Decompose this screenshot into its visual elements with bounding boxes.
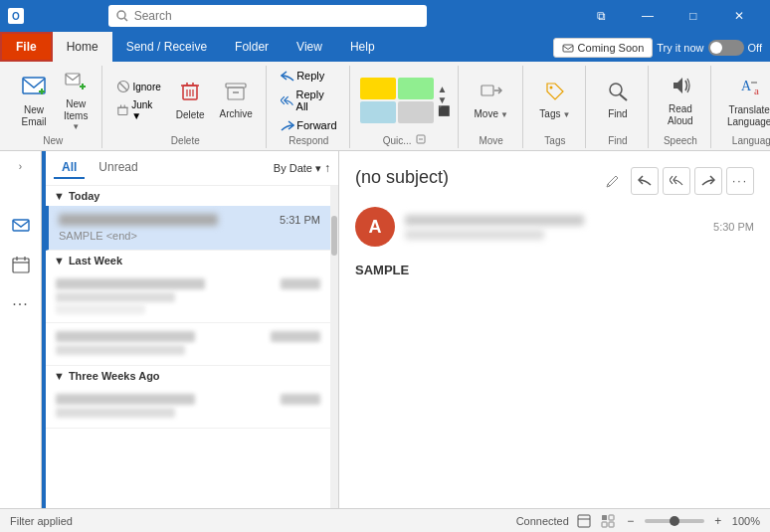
reply-label: Reply — [296, 70, 324, 82]
email-item-tw1[interactable] — [46, 386, 330, 429]
more-actions-button[interactable]: ··· — [726, 167, 754, 195]
read-aloud-button[interactable]: ReadAloud — [659, 70, 702, 131]
ribbon-delete-label: Delete — [171, 135, 200, 148]
tab-home[interactable]: Home — [53, 32, 112, 62]
quicksteps-scroll-up[interactable]: ▲ — [438, 84, 450, 94]
last-week-section-header[interactable]: ▼ Last Week — [46, 251, 330, 270]
reply-action-button[interactable] — [631, 167, 659, 195]
translate-icon: A a — [741, 73, 767, 102]
maximize-button[interactable]: □ — [671, 0, 716, 32]
forward-action-icon — [701, 174, 715, 188]
minimize-button[interactable]: — — [625, 0, 671, 32]
ribbon-respond-label: Respond — [289, 135, 328, 148]
tab-send-receive[interactable]: Send / Receive — [112, 32, 221, 62]
coming-soon-label: Coming Soon — [578, 42, 645, 54]
three-weeks-section-header[interactable]: ▼ Three Weeks Ago — [46, 366, 330, 386]
tab-folder[interactable]: Folder — [221, 32, 283, 62]
ribbon-quicksteps-label: Quic... — [383, 134, 427, 148]
quickstep-1[interactable] — [360, 78, 396, 99]
quicksteps-expand[interactable]: ⬛ — [438, 105, 450, 116]
today-section-header[interactable]: ▼ Today — [46, 186, 330, 206]
translate-button[interactable]: A a TranslateLanguage ▼ — [721, 69, 770, 132]
ribbon-respond-col: Reply Reply All Forward — [277, 66, 340, 135]
compact-view-button[interactable] — [599, 512, 617, 530]
reply-all-action-icon — [670, 174, 683, 188]
left-nav-sidebar: › ··· — [0, 151, 42, 508]
zoom-out-button[interactable]: − — [623, 513, 639, 529]
email-item-selected[interactable]: 5:31 PM SAMPLE <end> — [46, 206, 330, 251]
lw1-from-blurred — [56, 278, 205, 289]
nav-mail-button[interactable] — [5, 209, 37, 241]
zoom-slider[interactable] — [645, 519, 704, 523]
svg-text:A: A — [741, 79, 752, 93]
search-input[interactable] — [134, 9, 419, 23]
read-aloud-icon — [669, 74, 692, 101]
quicksteps-scroll-down[interactable]: ▼ — [438, 94, 450, 105]
forward-button[interactable]: Forward — [277, 116, 340, 134]
quickstep-3[interactable] — [360, 101, 396, 123]
tab-unread[interactable]: Unread — [91, 157, 145, 179]
new-email-button[interactable]: NewEmail — [12, 69, 56, 132]
junk-button[interactable]: Junk ▼ — [112, 97, 166, 123]
try-now-toggle[interactable] — [708, 40, 744, 56]
last-week-label: Last Week — [69, 255, 122, 266]
email-from-blurred — [59, 214, 218, 226]
svg-rect-44 — [602, 515, 607, 520]
tw1-from-blurred — [56, 394, 195, 405]
email-item-lw1[interactable] — [46, 270, 330, 323]
restore-button[interactable]: ⧉ — [579, 0, 625, 32]
tab-help[interactable]: Help — [336, 32, 389, 62]
status-bar-right: Connected − + 100% — [516, 512, 760, 530]
archive-button[interactable]: Archive — [214, 77, 258, 124]
move-button[interactable]: Move ▼ — [469, 77, 514, 124]
ribbon-group-language: A a TranslateLanguage ▼ Language — [713, 66, 770, 148]
svg-rect-6 — [66, 74, 80, 85]
toggle-state-label: Off — [748, 42, 762, 54]
svg-line-1 — [124, 18, 127, 21]
tab-all[interactable]: All — [54, 157, 85, 179]
nav-expand-button[interactable]: › — [14, 159, 28, 173]
ribbon-group-new-btns: NewEmail NewItems ▼ — [12, 66, 94, 135]
coming-soon-button[interactable]: Coming Soon — [553, 38, 654, 58]
edit-action-button[interactable] — [599, 167, 627, 195]
find-button[interactable]: Find — [596, 77, 640, 124]
quicksteps-expand-icon — [416, 134, 426, 144]
tab-view[interactable]: View — [283, 32, 336, 62]
tab-file[interactable]: File — [0, 32, 53, 62]
ribbon-group-respond: Reply Reply All Forward Respond — [269, 66, 349, 148]
email-list-scroll[interactable]: ▼ Today 5:31 PM SAMPLE <end> ▼ Last Week — [46, 186, 330, 508]
ribbon-group-new: NewEmail NewItems ▼ New — [4, 66, 102, 148]
reply-action-icon — [638, 174, 652, 188]
today-label: Today — [69, 190, 100, 202]
quickstep-4[interactable] — [398, 101, 434, 123]
title-bar: O ⧉ — □ ✕ — [0, 0, 770, 32]
delete-button[interactable]: Delete — [168, 76, 212, 125]
zoom-in-button[interactable]: + — [710, 513, 726, 529]
svg-rect-2 — [563, 45, 573, 52]
nav-calendar-button[interactable] — [5, 249, 37, 280]
quickstep-2[interactable] — [398, 78, 434, 99]
search-box[interactable] — [108, 5, 427, 27]
ribbon-tabs: File Home Send / Receive Folder View Hel… — [0, 32, 770, 62]
normal-view-button[interactable] — [575, 512, 593, 530]
ribbon-language-btns: A a TranslateLanguage ▼ — [721, 66, 770, 135]
new-items-button[interactable]: NewItems ▼ — [58, 67, 94, 135]
tw1-subject-blurred — [56, 408, 175, 418]
reply-all-icon — [281, 93, 293, 107]
close-button[interactable]: ✕ — [716, 0, 762, 32]
reply-button[interactable]: Reply — [277, 67, 340, 85]
ribbon-move-btns: Move ▼ — [469, 66, 514, 135]
svg-point-0 — [117, 11, 125, 19]
forward-action-button[interactable] — [694, 167, 722, 195]
ignore-button[interactable]: Ignore — [112, 78, 166, 95]
ribbon-quicksteps-btns: ▲ ▼ ⬛ — [360, 66, 450, 134]
lw1-time-blurred — [281, 278, 320, 289]
lw2-from-blurred — [56, 331, 195, 342]
sort-button[interactable]: By Date ▾ ↑ — [274, 161, 330, 175]
reply-all-action-button[interactable] — [663, 167, 690, 195]
email-item-lw2[interactable] — [46, 323, 330, 366]
nav-more-button[interactable]: ··· — [5, 288, 37, 320]
email-list-scrollbar[interactable] — [330, 186, 338, 508]
reply-all-button[interactable]: Reply All — [277, 87, 340, 114]
tags-button[interactable]: Tags ▼ — [533, 77, 577, 124]
